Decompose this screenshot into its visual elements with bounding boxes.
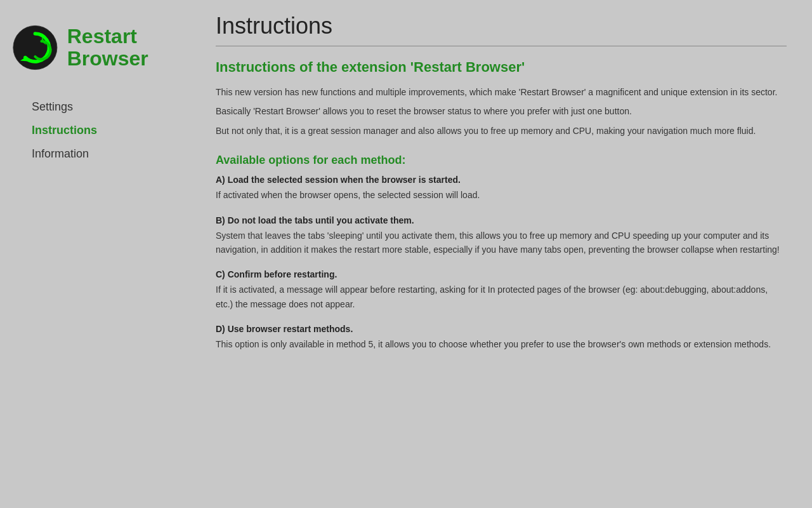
option-d: D) Use browser restart methods. This opt…	[216, 324, 787, 351]
section-divider	[216, 46, 787, 46]
app-logo	[13, 19, 58, 76]
section-title: Instructions of the extension 'Restart B…	[216, 59, 787, 76]
nav-menu: Settings Instructions Information	[0, 95, 203, 166]
main-content: Instructions Instructions of the extensi…	[203, 0, 812, 508]
option-b-desc: System that leaves the tabs 'sleeping' u…	[216, 229, 787, 257]
options-title: Available options for each method:	[216, 154, 787, 167]
sidebar-item-instructions[interactable]: Instructions	[0, 119, 203, 142]
option-b-title: B) Do not load the tabs until you activa…	[216, 215, 787, 225]
option-d-desc: This option is only available in method …	[216, 337, 787, 351]
option-a: A) Load the selected session when the br…	[216, 175, 787, 202]
option-c: C) Confirm before restarting. If it is a…	[216, 269, 787, 311]
sidebar: Restart Browser Settings Instructions In…	[0, 0, 203, 508]
option-a-title: A) Load the selected session when the br…	[216, 175, 787, 185]
option-c-desc: If it is activated, a message will appea…	[216, 283, 787, 311]
sidebar-item-information[interactable]: Information	[0, 142, 203, 166]
logo-area: Restart Browser	[0, 13, 203, 89]
sidebar-item-settings[interactable]: Settings	[0, 95, 203, 119]
option-b: B) Do not load the tabs until you activa…	[216, 215, 787, 257]
page-title: Instructions	[216, 13, 787, 39]
intro-text-3: But not only that, it is a great session…	[216, 124, 787, 138]
option-d-title: D) Use browser restart methods.	[216, 324, 787, 334]
intro-text-2: Basically 'Restart Browser' allows you t…	[216, 104, 787, 118]
app-title: Restart Browser	[67, 25, 190, 70]
option-a-desc: If activated when the browser opens, the…	[216, 188, 787, 202]
intro-text-1: This new version has new functions and m…	[216, 85, 787, 99]
option-c-title: C) Confirm before restarting.	[216, 269, 787, 279]
